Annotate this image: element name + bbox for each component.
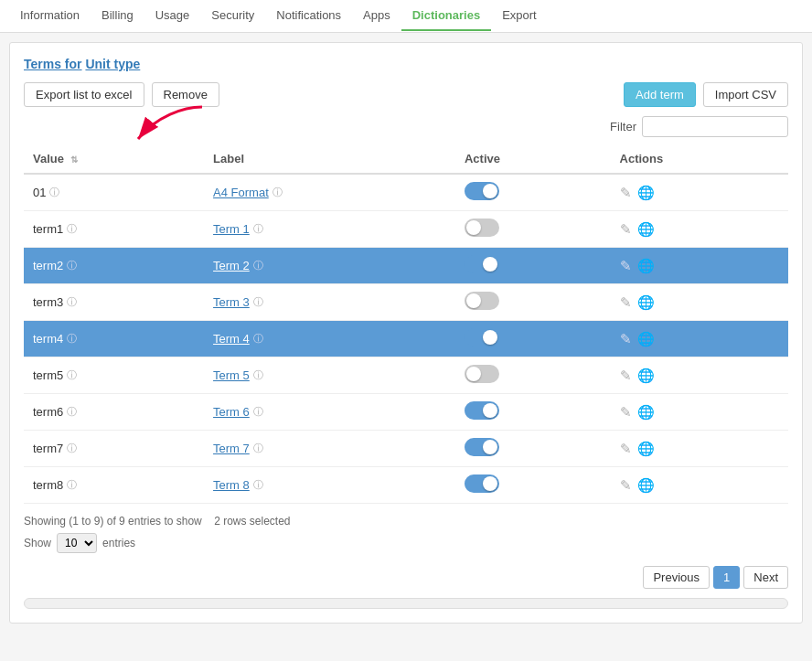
- value-info-icon[interactable]: ⓘ: [67, 295, 77, 309]
- translate-icon[interactable]: 🌐: [637, 404, 655, 421]
- table-row[interactable]: term2 ⓘ Term 2 ⓘ ✎ 🌐: [24, 248, 788, 284]
- action-icons: ✎ 🌐: [620, 221, 779, 238]
- value-info-icon[interactable]: ⓘ: [67, 222, 77, 236]
- value-info-icon[interactable]: ⓘ: [67, 259, 77, 272]
- translate-icon[interactable]: 🌐: [637, 441, 655, 457]
- edit-icon[interactable]: ✎: [620, 258, 632, 274]
- value-info-icon[interactable]: ⓘ: [67, 368, 77, 382]
- value-info-icon[interactable]: ⓘ: [67, 478, 77, 492]
- translate-icon[interactable]: 🌐: [637, 221, 655, 238]
- action-icons: ✎ 🌐: [620, 477, 779, 494]
- active-toggle[interactable]: [465, 401, 499, 420]
- nav-notifications[interactable]: Notifications: [265, 1, 352, 31]
- active-toggle[interactable]: [465, 474, 499, 493]
- translate-icon[interactable]: 🌐: [637, 258, 655, 274]
- selected-text: 2 rows selected: [214, 515, 290, 528]
- cell-label-text: Term 7: [213, 442, 250, 455]
- active-toggle[interactable]: [465, 365, 499, 383]
- label-info-icon[interactable]: ⓘ: [253, 259, 263, 272]
- pagination-next[interactable]: Next: [743, 566, 788, 589]
- active-toggle[interactable]: [465, 328, 499, 346]
- value-info-icon[interactable]: ⓘ: [67, 405, 77, 419]
- show-label: Show: [24, 537, 51, 549]
- action-icons: ✎ 🌐: [620, 404, 779, 421]
- label-info-icon[interactable]: ⓘ: [253, 295, 263, 309]
- table-row[interactable]: term8 ⓘ Term 8 ⓘ ✎ 🌐: [24, 467, 788, 504]
- translate-icon[interactable]: 🌐: [637, 294, 655, 311]
- nav-dictionaries[interactable]: Dictionaries: [401, 1, 491, 31]
- pagination: Previous 1 Next: [24, 566, 788, 589]
- label-info-icon[interactable]: ⓘ: [253, 405, 263, 419]
- import-csv-button[interactable]: Import CSV: [703, 82, 788, 107]
- section-title: Terms for Unit type: [24, 57, 788, 71]
- edit-icon[interactable]: ✎: [620, 185, 632, 201]
- table-row[interactable]: term5 ⓘ Term 5 ⓘ ✎ 🌐: [24, 357, 788, 394]
- label-info-icon[interactable]: ⓘ: [272, 186, 283, 199]
- cell-label-text: Term 3: [213, 295, 250, 309]
- active-toggle[interactable]: [465, 292, 499, 310]
- edit-icon[interactable]: ✎: [620, 331, 632, 347]
- nav-apps[interactable]: Apps: [352, 1, 401, 31]
- cell-label-text: Term 2: [213, 259, 250, 272]
- translate-icon[interactable]: 🌐: [637, 185, 655, 201]
- pagination-page-1[interactable]: 1: [713, 566, 740, 589]
- cell-value-text: term1: [33, 222, 63, 236]
- cell-label-text: Term 8: [213, 478, 250, 492]
- table-header-row: Value ⇅ Label Active Actions: [24, 144, 788, 174]
- edit-icon[interactable]: ✎: [620, 294, 632, 311]
- label-info-icon[interactable]: ⓘ: [253, 368, 263, 382]
- cell-value-text: 01: [33, 186, 46, 199]
- label-info-icon[interactable]: ⓘ: [253, 222, 263, 236]
- nav-export[interactable]: Export: [491, 1, 548, 31]
- action-icons: ✎ 🌐: [620, 294, 779, 311]
- active-toggle[interactable]: [465, 255, 499, 273]
- label-info-icon[interactable]: ⓘ: [253, 442, 263, 455]
- export-excel-button[interactable]: Export list to excel: [24, 82, 144, 107]
- table-row[interactable]: term3 ⓘ Term 3 ⓘ ✎ 🌐: [24, 284, 788, 321]
- add-term-button[interactable]: Add term: [624, 82, 696, 107]
- nav-security[interactable]: Security: [200, 1, 265, 31]
- edit-icon[interactable]: ✎: [620, 368, 632, 384]
- translate-icon[interactable]: 🌐: [637, 477, 655, 494]
- left-actions: Export list to excel Remove: [24, 82, 219, 107]
- nav-billing[interactable]: Billing: [91, 1, 144, 31]
- action-icons: ✎ 🌐: [620, 368, 779, 384]
- filter-label: Filter: [610, 120, 636, 133]
- right-actions: Add term Import CSV: [624, 82, 788, 107]
- value-info-icon[interactable]: ⓘ: [67, 332, 77, 346]
- label-info-icon[interactable]: ⓘ: [253, 332, 263, 346]
- table-row[interactable]: term6 ⓘ Term 6 ⓘ ✎ 🌐: [24, 394, 788, 431]
- bottom-scrollbar[interactable]: [24, 598, 788, 609]
- cell-value-text: term8: [33, 478, 63, 492]
- translate-icon[interactable]: 🌐: [637, 368, 655, 384]
- edit-icon[interactable]: ✎: [620, 221, 632, 238]
- action-icons: ✎ 🌐: [620, 258, 779, 274]
- edit-icon[interactable]: ✎: [620, 404, 632, 421]
- nav-information[interactable]: Information: [9, 1, 91, 31]
- table-row[interactable]: term1 ⓘ Term 1 ⓘ ✎ 🌐: [24, 211, 788, 248]
- show-entries-select[interactable]: 10 25 50: [57, 533, 97, 553]
- cell-value-text: term4: [33, 332, 63, 346]
- entries-label: entries: [102, 537, 135, 549]
- value-info-icon[interactable]: ⓘ: [49, 186, 59, 199]
- table-row[interactable]: 01 ⓘ A4 Format ⓘ ✎ 🌐: [24, 174, 788, 211]
- value-info-icon[interactable]: ⓘ: [67, 442, 77, 455]
- nav-usage[interactable]: Usage: [144, 1, 201, 31]
- active-toggle[interactable]: [465, 219, 499, 237]
- pagination-previous[interactable]: Previous: [643, 566, 710, 589]
- remove-button[interactable]: Remove: [152, 82, 219, 107]
- active-toggle[interactable]: [465, 438, 499, 456]
- active-toggle[interactable]: [465, 182, 499, 200]
- label-info-icon[interactable]: ⓘ: [253, 478, 263, 492]
- edit-icon[interactable]: ✎: [620, 477, 632, 494]
- translate-icon[interactable]: 🌐: [637, 331, 655, 347]
- top-actions-bar: Export list to excel Remove Add term Imp…: [24, 82, 788, 107]
- showing-text: Showing (1 to 9) of 9 entries to show: [24, 515, 202, 528]
- col-actions: Actions: [611, 144, 788, 174]
- table-row[interactable]: term7 ⓘ Term 7 ⓘ ✎ 🌐: [24, 431, 788, 467]
- table-row[interactable]: term4 ⓘ Term 4 ⓘ ✎ 🌐: [24, 321, 788, 357]
- sort-icon[interactable]: ⇅: [70, 155, 78, 165]
- col-active: Active: [455, 144, 611, 174]
- edit-icon[interactable]: ✎: [620, 441, 632, 457]
- filter-input[interactable]: [642, 116, 788, 137]
